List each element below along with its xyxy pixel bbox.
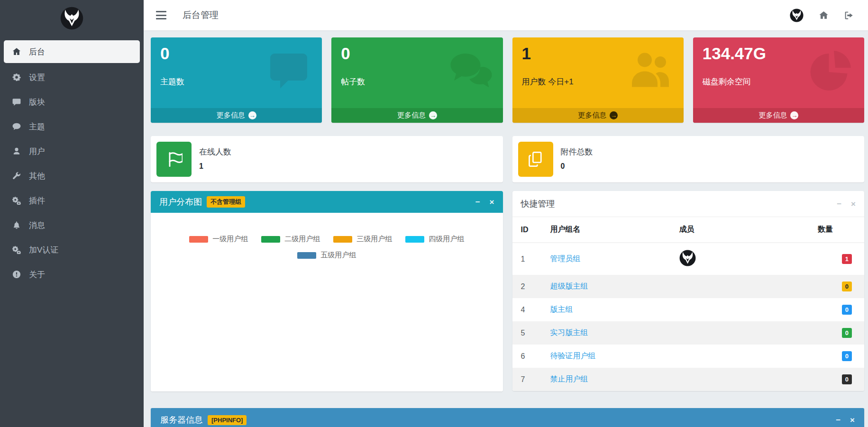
sidebar-item-messages[interactable]: 消息 — [4, 213, 140, 237]
col-header-members: 成员 — [671, 217, 810, 243]
user-avatar[interactable] — [790, 9, 804, 22]
online-users-value: 1 — [199, 162, 231, 171]
home-icon — [819, 10, 829, 20]
sidebar-item-label: 加V认证 — [29, 245, 58, 255]
group-id: 5 — [512, 321, 542, 345]
home-button[interactable] — [819, 10, 829, 20]
table-row: 6 待验证用户组 0 — [512, 345, 865, 368]
col-header-groupname: 用户组名 — [542, 217, 671, 243]
quick-manage-header: 快捷管理 − × — [512, 191, 865, 217]
more-info-link[interactable]: 更多信息 → — [693, 108, 864, 123]
sidebar-menu: 后台 设置 版块 主题 用户 其他 插件 消息 — [0, 36, 144, 287]
user-distribution-header: 用户分布图 不含管理组 − × — [151, 191, 503, 213]
attachments-box: 附件总数 0 — [512, 136, 865, 182]
count-badge: 0 — [842, 328, 852, 338]
panel-row: 用户分布图 不含管理组 − × 一级用户组 — [151, 191, 864, 391]
usergroup-table: ID 用户组名 成员 数量 1 管理员组 — [512, 217, 865, 391]
exclamation-circle-icon — [12, 270, 23, 279]
group-id: 1 — [512, 243, 542, 275]
table-row: 2 超级版主组 0 — [512, 275, 865, 298]
gear-icon — [12, 73, 23, 82]
sidebar-item-plugins[interactable]: 插件 — [4, 188, 140, 213]
minimize-button[interactable]: − — [475, 198, 480, 206]
close-button[interactable]: × — [850, 416, 855, 424]
more-info-link[interactable]: 更多信息 → — [512, 108, 684, 123]
usergroup-link[interactable]: 版主组 — [550, 305, 573, 313]
sidebar-item-dashboard[interactable]: 后台 — [4, 40, 140, 63]
online-users-box: 在线人数 1 — [151, 136, 503, 182]
legend-item: 五级用户组 — [297, 251, 356, 260]
sidebar-item-topics[interactable]: 主题 — [4, 114, 140, 139]
usergroup-link[interactable]: 禁止用户组 — [550, 375, 588, 383]
member-avatar — [679, 250, 696, 266]
sidebar-item-other[interactable]: 其他 — [4, 164, 140, 188]
comment-icon — [12, 98, 23, 106]
sidebar-item-settings[interactable]: 设置 — [4, 65, 140, 90]
legend-item: 三级用户组 — [333, 235, 392, 244]
count-badge: 0 — [842, 351, 852, 361]
table-row: 7 禁止用户组 0 — [512, 368, 865, 391]
count-badge: 0 — [842, 305, 852, 315]
minimize-button[interactable]: − — [837, 200, 841, 208]
col-header-id: ID — [512, 217, 542, 243]
group-id: 6 — [512, 345, 542, 368]
sign-out-icon — [844, 10, 854, 20]
close-button[interactable]: × — [490, 198, 494, 206]
minimize-button[interactable]: − — [836, 416, 841, 424]
sidebar-item-label: 关于 — [29, 269, 45, 280]
sidebar: 后台 设置 版块 主题 用户 其他 插件 消息 — [0, 0, 144, 427]
col-header-count: 数量 — [809, 217, 864, 243]
stat-box-topics: 0 主题数 更多信息 → — [151, 37, 322, 123]
stat-box-disk: 134.47G 磁盘剩余空间 更多信息 → — [693, 37, 864, 123]
pie-chart-icon — [808, 48, 854, 93]
arrow-circle-icon: → — [429, 111, 437, 119]
sidebar-item-users[interactable]: 用户 — [4, 139, 140, 164]
table-row: 1 管理员组 1 — [512, 243, 865, 275]
user-distribution-chart: 一级用户组 二级用户组 三级用户组 — [151, 213, 503, 391]
user-distribution-panel: 用户分布图 不含管理组 − × 一级用户组 — [151, 191, 503, 391]
panel-title: 快捷管理 — [521, 198, 555, 209]
usergroup-link[interactable]: 超级版主组 — [550, 282, 588, 290]
arrow-circle-icon: → — [248, 111, 256, 119]
stat-box-posts: 0 帖子数 更多信息 → — [331, 37, 503, 123]
attachments-label: 附件总数 — [561, 146, 593, 157]
usergroup-table-body: 1 管理员组 1 — [512, 243, 865, 391]
page-title: 后台管理 — [183, 9, 219, 21]
sidebar-item-label: 后台 — [29, 46, 45, 57]
quick-manage-panel: 快捷管理 − × ID 用户组名 成员 数量 — [512, 191, 865, 391]
arrow-circle-icon: → — [610, 111, 618, 119]
group-id: 4 — [512, 298, 542, 321]
legend-swatch — [189, 236, 208, 243]
excludes-admin-badge: 不含管理组 — [207, 196, 245, 208]
chart-legend: 一级用户组 二级用户组 三级用户组 — [175, 213, 478, 260]
arrow-circle-icon: → — [790, 111, 798, 119]
group-id: 7 — [512, 368, 542, 391]
comment-round-icon — [12, 122, 23, 131]
logout-button[interactable] — [844, 10, 854, 20]
more-info-link[interactable]: 更多信息 → — [151, 108, 322, 123]
app-logo[interactable] — [0, 0, 144, 36]
count-badge: 0 — [842, 282, 852, 291]
sidebar-item-verification[interactable]: 加V认证 — [4, 237, 140, 262]
legend-swatch — [297, 252, 316, 259]
content-area: 0 主题数 更多信息 → 0 帖子数 — [144, 30, 868, 427]
close-button[interactable]: × — [851, 200, 856, 208]
copy-icon — [518, 142, 553, 177]
sidebar-item-about[interactable]: 关于 — [4, 262, 140, 287]
phpinfo-badge[interactable]: [PHPINFO] — [208, 415, 247, 425]
cogs-icon — [12, 196, 23, 205]
usergroup-link[interactable]: 管理员组 — [550, 254, 581, 263]
wrench-icon — [12, 172, 23, 180]
users-icon — [628, 48, 673, 93]
legend-swatch — [405, 236, 424, 243]
legend-swatch — [333, 236, 352, 243]
server-info-panel-header: 服务器信息 [PHPINFO] − × — [151, 408, 864, 427]
legend-item: 二级用户组 — [261, 235, 320, 244]
usergroup-link[interactable]: 实习版主组 — [550, 328, 588, 336]
more-info-link[interactable]: 更多信息 → — [331, 108, 503, 123]
stat-box-row: 0 主题数 更多信息 → 0 帖子数 — [151, 37, 864, 123]
sidebar-item-forums[interactable]: 版块 — [4, 90, 140, 114]
usergroup-link[interactable]: 待验证用户组 — [550, 352, 596, 360]
bull-logo-icon — [679, 250, 696, 266]
sidebar-toggle-button[interactable] — [155, 10, 167, 20]
